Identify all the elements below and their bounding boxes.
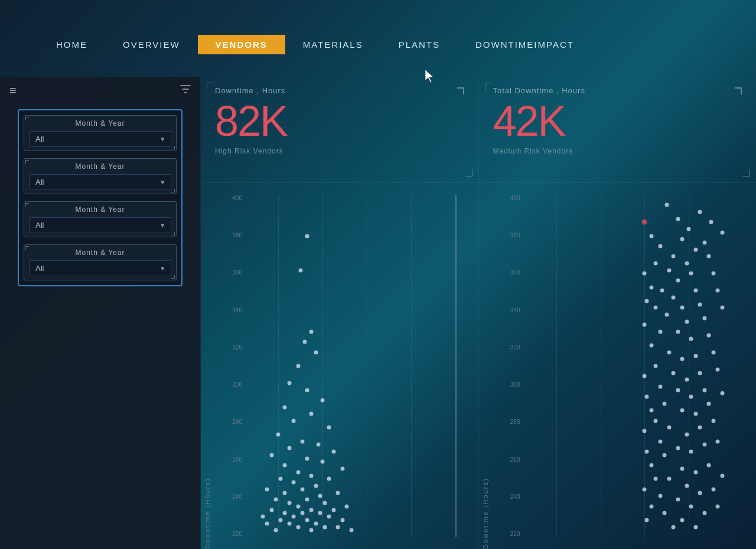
chart-panel-left: Downtime (Hours) 400 380 360 340 320 300… [201, 183, 478, 549]
dot [698, 210, 702, 214]
dot [305, 456, 309, 460]
dot [643, 323, 647, 327]
dot [269, 508, 273, 512]
dot [309, 412, 314, 416]
y-ticks-right: 400 380 360 340 320 300 280 260 240 220 [503, 195, 520, 537]
dot [274, 498, 278, 502]
dot [309, 528, 314, 532]
stat-label-total-downtime: Total Downtime , Hours [493, 86, 742, 95]
stats-row: Downtime , Hours 82K High Risk Vendors T… [201, 77, 756, 183]
dot [321, 398, 325, 403]
dot [318, 511, 322, 515]
dot [642, 220, 647, 225]
nav-home[interactable]: Home [38, 35, 105, 54]
dot [649, 504, 653, 508]
dot [305, 518, 309, 522]
dot [680, 409, 685, 413]
dot [667, 477, 671, 481]
dot [645, 450, 649, 454]
dot [672, 525, 676, 529]
chevron-icon-1: ▾ [161, 135, 165, 143]
dot [283, 405, 287, 409]
dot [296, 525, 300, 529]
nav-vendors[interactable]: Vendors [198, 35, 285, 54]
dot [340, 467, 344, 471]
filter-select-2[interactable]: All ▾ [29, 174, 171, 190]
y-axis-label-left: Downtime (Hours) [204, 183, 211, 549]
dashed-line-r3 [644, 195, 645, 537]
nav-materials[interactable]: Materials [285, 35, 381, 54]
dot [654, 306, 658, 310]
dot [689, 395, 693, 399]
nav-overview[interactable]: Overview [105, 35, 198, 54]
dot [643, 429, 647, 433]
dot [296, 470, 300, 474]
dot [349, 528, 353, 532]
dot [296, 364, 300, 368]
dot [711, 419, 715, 423]
dot [287, 501, 291, 505]
dot [658, 384, 662, 388]
nav-plants[interactable]: Plants [381, 35, 458, 54]
dot [283, 511, 287, 515]
dot [643, 374, 647, 378]
dashed-line-1 [278, 195, 279, 537]
chevron-icon-4: ▾ [161, 264, 165, 273]
main-content: Downtime , Hours 82K High Risk Vendors T… [201, 77, 756, 549]
dot [698, 302, 702, 306]
dot [685, 378, 689, 382]
dot [676, 446, 680, 450]
filter-icon[interactable] [180, 84, 191, 97]
navbar: Home Overview Vendors Materials Plants D… [38, 30, 756, 59]
scatter-area-right [523, 195, 745, 537]
dot [672, 254, 676, 259]
dot [663, 453, 667, 457]
dot [680, 237, 685, 241]
filter-select-1[interactable]: All ▾ [29, 131, 171, 147]
dot [643, 272, 647, 276]
dot [305, 234, 309, 238]
expand-icon-2[interactable] [735, 87, 742, 94]
dot [278, 518, 282, 522]
filter-select-3[interactable]: All ▾ [29, 217, 171, 233]
dot [709, 220, 713, 224]
filter-label-2: Month & Year [29, 162, 171, 171]
dot [689, 336, 693, 341]
dot [645, 518, 649, 522]
expand-icon-1[interactable] [457, 87, 464, 94]
nav-downtime-impact[interactable]: DowntimeImpact [458, 35, 592, 54]
dashed-line-2 [322, 195, 323, 537]
dot [314, 350, 318, 354]
dot [676, 498, 680, 502]
dot [260, 515, 265, 519]
dashed-line-r4 [689, 195, 689, 537]
dot [693, 470, 698, 474]
corner-br-3 [171, 232, 175, 236]
dot [345, 504, 349, 508]
dashed-line-r1 [556, 195, 557, 537]
dot [316, 443, 320, 447]
dot [654, 477, 658, 481]
dot [287, 381, 291, 385]
dot [716, 367, 720, 371]
corner-br-2 [171, 189, 175, 192]
dot [663, 511, 667, 515]
dashed-line-3 [367, 195, 367, 537]
dot [702, 316, 706, 320]
hamburger-icon[interactable]: ≡ [9, 84, 17, 97]
dot [336, 525, 340, 529]
filter-value-2: All [35, 178, 44, 187]
stat-value-medium-risk: 42K [493, 100, 742, 142]
chevron-icon-3: ▾ [161, 221, 165, 230]
dot [305, 388, 309, 392]
charts-row: Downtime (Hours) 400 380 360 340 320 300… [201, 183, 756, 549]
filter-value-4: All [35, 264, 44, 273]
dot [702, 241, 706, 245]
y-ticks-left: 400 380 360 340 320 300 280 260 240 220 [224, 195, 242, 537]
dot [274, 528, 278, 532]
dot [720, 306, 724, 310]
dot [322, 525, 327, 529]
dot [676, 279, 680, 283]
dot [676, 388, 680, 392]
filter-select-4[interactable]: All ▾ [29, 260, 171, 276]
